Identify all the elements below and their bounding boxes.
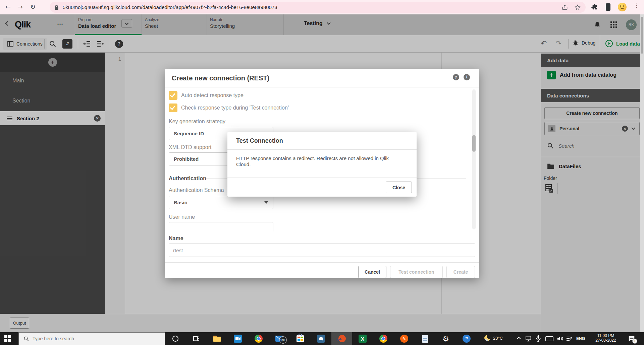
- test-connection-modal: Test Connection HTTP response contains a…: [227, 132, 417, 197]
- mail-badge: 99+: [279, 336, 287, 344]
- chevron-down-icon: [264, 201, 268, 204]
- taskbar-search-input[interactable]: [33, 336, 143, 341]
- get-help-icon[interactable]: ?: [456, 332, 477, 345]
- auto-detect-checkbox[interactable]: [169, 91, 177, 100]
- clock[interactable]: 11:03 PM 27-03-2022: [591, 333, 621, 343]
- address-bar[interactable]: 5ku0moj5q40av8f.sg.qlikcloud.com/dataloa…: [50, 2, 586, 13]
- auto-detect-label: Auto detect response type: [181, 92, 244, 98]
- name-label: Name: [169, 235, 183, 242]
- modal-title: Test Connection: [236, 137, 283, 144]
- settings-gear-icon[interactable]: ⚙: [435, 332, 456, 345]
- chrome-icon[interactable]: [248, 332, 269, 345]
- dialog-title: Create new connection (REST): [172, 74, 269, 82]
- dialog-scrollbar-track[interactable]: [472, 89, 476, 229]
- auth-schema-label: Authentication Schema: [169, 187, 224, 193]
- dialog-scrollbar-thumb[interactable]: [472, 135, 476, 152]
- share-icon[interactable]: [561, 4, 568, 11]
- close-button[interactable]: Close: [386, 182, 412, 193]
- url-text: 5ku0moj5q40av8f.sg.qlikcloud.com/dataloa…: [63, 4, 561, 10]
- language-input-icon[interactable]: [566, 336, 572, 341]
- weather-widget[interactable]: 23°C: [484, 335, 503, 341]
- extensions-puzzle-icon[interactable]: [591, 3, 598, 11]
- pgadmin-icon[interactable]: [311, 332, 331, 345]
- modal-message: HTTP response contains a redirect. Redir…: [236, 155, 404, 167]
- bookmark-star-icon[interactable]: [574, 4, 581, 11]
- check-response-checkbox[interactable]: [169, 104, 177, 112]
- dialog-info-icon[interactable]: i: [464, 74, 470, 80]
- check-response-label: Check response type during 'Test connect…: [181, 105, 289, 111]
- browser-scrollbar-thumb[interactable]: [641, 17, 643, 54]
- browser-profile-avatar[interactable]: [618, 3, 627, 11]
- notepad-icon[interactable]: [415, 332, 435, 345]
- mail-icon[interactable]: 99+: [269, 332, 290, 345]
- auth-schema-select[interactable]: Basic: [169, 196, 273, 209]
- create-button[interactable]: Create: [446, 266, 475, 278]
- xml-dtd-label: XML DTD support: [169, 144, 211, 150]
- network-pc-icon[interactable]: [525, 336, 532, 342]
- movies-app-icon[interactable]: [227, 332, 248, 345]
- browser-toolbar: ← → ↻ 5ku0moj5q40av8f.sg.qlikcloud.com/d…: [0, 0, 644, 14]
- snipping-tool-icon[interactable]: ✂: [331, 332, 352, 345]
- temperature-label: 23°C: [493, 336, 503, 341]
- search-icon: [23, 336, 29, 342]
- cancel-button[interactable]: Cancel: [358, 266, 386, 278]
- task-view-icon[interactable]: [186, 332, 207, 345]
- key-generation-label: Key generation strategy: [169, 119, 225, 125]
- browser-menu-icon[interactable]: ⋮: [634, 2, 639, 9]
- excel-icon[interactable]: X: [352, 332, 373, 345]
- cortana-icon[interactable]: [165, 332, 186, 345]
- username-label: User name: [169, 214, 195, 220]
- taskbar-search[interactable]: [18, 332, 165, 345]
- sidebar-panel-icon[interactable]: [606, 3, 610, 11]
- action-center-icon[interactable]: 1: [628, 335, 635, 342]
- browser-reload-icon[interactable]: ↻: [30, 3, 36, 10]
- volume-icon[interactable]: [557, 336, 564, 342]
- microsoft-store-icon[interactable]: [290, 332, 311, 345]
- feedback-app-icon[interactable]: ✎: [394, 332, 415, 345]
- browser-forward-icon[interactable]: →: [17, 3, 23, 10]
- start-button[interactable]: [4, 335, 11, 342]
- windows-taskbar: 99+ ✂ X ✎ ⚙ ? 23°C: [0, 332, 644, 345]
- notification-badge: 1: [632, 339, 637, 344]
- time-label: 11:03 PM: [591, 333, 621, 338]
- tray-expand-chevron-icon[interactable]: [517, 337, 521, 341]
- dialog-help-icon[interactable]: ?: [453, 74, 459, 80]
- file-explorer-icon[interactable]: [207, 332, 227, 345]
- authentication-section-label: Authentication: [169, 176, 206, 182]
- chrome-icon-2[interactable]: [373, 332, 394, 345]
- connection-name-input[interactable]: [169, 244, 475, 257]
- lock-icon: [54, 5, 59, 10]
- tablet-icon[interactable]: [545, 336, 553, 341]
- browser-scrollbar-track[interactable]: [640, 14, 644, 332]
- browser-back-icon[interactable]: ←: [5, 3, 11, 10]
- language-label[interactable]: ENG: [576, 336, 585, 341]
- date-label: 27-03-2022: [591, 338, 621, 343]
- username-input[interactable]: [169, 222, 273, 231]
- test-connection-button[interactable]: Test connection: [390, 266, 443, 278]
- microphone-icon[interactable]: [536, 335, 541, 342]
